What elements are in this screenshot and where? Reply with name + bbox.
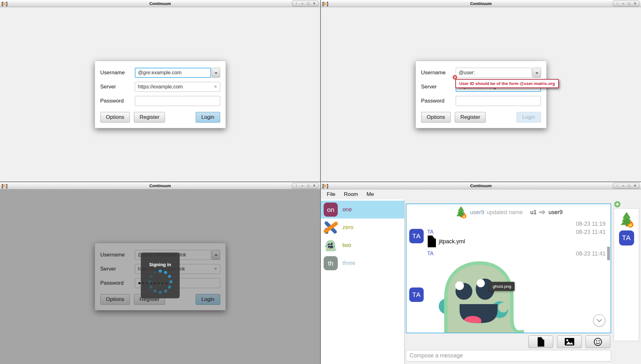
titlebar[interactable]: [K] Continuum ↑ – □ × [0, 182, 320, 189]
ghost-image[interactable] [427, 258, 533, 333]
menu-file[interactable]: File [327, 191, 335, 198]
options-button[interactable]: Options [100, 112, 130, 123]
menu-bar: File Room Me [321, 189, 641, 199]
error-icon [453, 75, 457, 80]
username-dropdown-button[interactable] [212, 68, 220, 78]
emoji-button[interactable] [585, 335, 610, 348]
username-input[interactable] [135, 68, 211, 78]
compose-input[interactable] [406, 350, 611, 361]
room-avatar-k-logo-icon [324, 220, 338, 235]
shade-button[interactable]: ↑ [615, 1, 620, 6]
event-new-name: user9 [548, 209, 563, 216]
room-item-two[interactable]: two [321, 236, 404, 254]
app-icon: [K] [322, 183, 328, 188]
room-item-zero[interactable]: zero [321, 219, 404, 236]
message-timestamp: 08-23 11:41 [576, 229, 607, 235]
arrow-right-icon [539, 210, 546, 215]
login-button[interactable]: Login [196, 112, 220, 123]
avatar[interactable]: TA [409, 229, 424, 243]
message-image: TA TA ghost.png 08-23 11:41 [406, 251, 611, 333]
member-avatar-tree-fire-icon[interactable] [618, 211, 635, 228]
event-action: updated name [487, 209, 523, 216]
event-timestamp: 08-23 11:19 [406, 219, 611, 229]
maximize-button[interactable]: □ [627, 183, 632, 188]
room-item-one[interactable]: on one [321, 201, 404, 219]
server-label: Server [421, 84, 456, 90]
send-image-button[interactable] [557, 335, 582, 348]
room-item-three[interactable]: th three [321, 254, 404, 272]
file-name: jitpack.yml [439, 238, 465, 245]
close-button[interactable]: × [633, 1, 638, 6]
compose-area [406, 350, 611, 361]
window-controls: ↑ – □ × [613, 1, 639, 7]
member-panel: TA [613, 199, 641, 364]
minimize-button[interactable]: – [300, 1, 305, 6]
image-icon [564, 338, 575, 346]
send-file-button[interactable] [528, 335, 553, 348]
message-timestamp: 08-23 11:41 [576, 251, 607, 257]
titlebar[interactable]: [K] Continuum ↑ – □ × [321, 182, 641, 189]
scroll-to-bottom-button[interactable] [593, 314, 605, 326]
window-title: Continuum [321, 1, 641, 6]
menu-room[interactable]: Room [344, 191, 358, 198]
server-input[interactable] [135, 82, 220, 92]
room-list: on one zero two th three [321, 199, 405, 364]
event-old-name: u1 [530, 209, 537, 216]
image-attachment[interactable]: ghost.png [427, 258, 533, 333]
message-sender: TA [427, 229, 576, 235]
room-label: one [342, 206, 352, 213]
file-attachment[interactable]: jitpack.yml [427, 235, 576, 247]
window-login-error: [K] Continuum ↑ – □ × Username Serve [321, 0, 641, 182]
minimize-button[interactable]: – [621, 1, 626, 6]
maximize-button[interactable]: □ [627, 1, 632, 6]
menu-me[interactable]: Me [367, 191, 374, 198]
attachment-toolbar [406, 333, 611, 350]
shade-button[interactable]: ↑ [294, 183, 299, 188]
avatar[interactable]: TA [409, 288, 424, 302]
password-input[interactable] [456, 96, 541, 106]
clear-server-icon[interactable]: × [214, 84, 217, 89]
close-button[interactable]: × [312, 183, 317, 188]
login-card: Username Server Password [416, 61, 547, 128]
shade-button[interactable]: ↑ [294, 1, 299, 6]
app-icon: [K] [322, 1, 328, 6]
message-file: TA TA jitpack.yml 08-23 11:41 [406, 229, 611, 247]
maximize-button[interactable]: □ [306, 183, 311, 188]
shade-button[interactable]: ↑ [615, 183, 620, 188]
app-icon: [K] [2, 1, 7, 6]
room-label: zero [342, 224, 353, 231]
invite-member-button[interactable] [614, 201, 621, 208]
room-label: three [342, 260, 355, 266]
username-input[interactable] [456, 68, 532, 78]
username-dropdown-button[interactable] [532, 68, 541, 78]
register-button[interactable]: Register [455, 112, 486, 123]
chat-timeline: user9 updated name u1 user9 08-23 11:19 … [406, 203, 611, 333]
minimize-button[interactable]: – [621, 183, 626, 188]
window-chat: [K] Continuum ↑ – □ × File Room Me on on… [321, 182, 641, 364]
app-icon: [K] [2, 183, 7, 188]
maximize-button[interactable]: □ [306, 1, 311, 6]
minimize-button[interactable]: – [300, 183, 305, 188]
username-label: Username [421, 70, 456, 76]
titlebar[interactable]: [K] Continuum ↑ – □ × [0, 0, 320, 7]
signing-in-panel: Signing in [141, 252, 180, 298]
login-body: Username Server Password [321, 7, 641, 182]
register-button[interactable]: Register [134, 112, 165, 123]
chat-scrollbar-thumb[interactable] [607, 247, 610, 260]
event-user: user9 [470, 209, 484, 216]
options-button[interactable]: Options [421, 112, 451, 123]
close-button[interactable]: × [312, 1, 317, 6]
close-button[interactable]: × [633, 183, 638, 188]
room-avatar-ghost-icon [324, 238, 338, 252]
window-controls: ↑ – □ × [613, 183, 639, 189]
titlebar[interactable]: [K] Continuum ↑ – □ × [321, 0, 641, 7]
login-body: Username Server × Password [0, 189, 320, 364]
window-title: Continuum [321, 183, 641, 188]
server-label: Server [100, 84, 135, 90]
member-avatar[interactable]: TA [619, 230, 634, 245]
login-body: Username Server × Password [0, 7, 320, 182]
password-input[interactable] [135, 96, 220, 106]
message-sender: TA [427, 251, 576, 257]
desktop: [K] Continuum ↑ – □ × Username Serve [0, 0, 641, 364]
login-button-disabled: Login [517, 112, 541, 123]
